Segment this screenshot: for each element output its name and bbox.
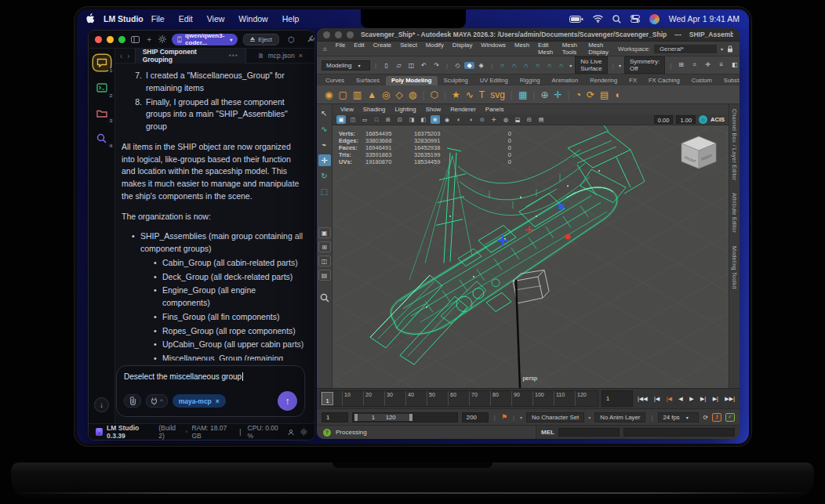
open-scene-icon[interactable]: ▱ bbox=[394, 62, 404, 69]
save-scene-icon[interactable]: ◫ bbox=[406, 62, 416, 69]
menubar-clock[interactable]: Wed Apr 1 9:41 AM bbox=[669, 14, 740, 24]
panels-icon[interactable] bbox=[131, 34, 140, 45]
wrench-icon[interactable] bbox=[305, 34, 315, 45]
lock-icon[interactable] bbox=[727, 45, 733, 53]
paint-select-tool[interactable]: ⌁ bbox=[318, 139, 331, 150]
select-object-icon[interactable]: ◆ bbox=[464, 62, 474, 69]
rail-chat-tab[interactable]: 1 bbox=[93, 55, 111, 71]
scroll-to-bottom-button[interactable]: ↓ bbox=[94, 397, 109, 412]
construction-history-icon[interactable]: ⊞ bbox=[676, 61, 686, 69]
snap-curve-icon[interactable]: ∩ bbox=[509, 62, 519, 69]
motion-blur-icon[interactable]: ✛ bbox=[489, 115, 499, 124]
shelf-tab[interactable]: Poly Modeling bbox=[386, 76, 437, 85]
isolate-select-icon[interactable]: ⊟ bbox=[525, 115, 534, 124]
poly-torus-icon[interactable]: ◎ bbox=[382, 90, 390, 100]
perspective-viewport[interactable]: ViewShadingLightingShowRendererPanels ▣◫… bbox=[333, 104, 729, 388]
chat-composer[interactable]: Deselect the miscellaneous group ^ bbox=[116, 365, 305, 417]
move-tool[interactable]: ✛ bbox=[318, 154, 331, 166]
maya-menu-item[interactable]: Edit Mesh bbox=[538, 42, 554, 56]
shelf-tab[interactable]: Substance bbox=[718, 76, 740, 85]
mcp-plug-button[interactable]: ^ bbox=[146, 394, 168, 408]
maya-menu-item[interactable]: Edit bbox=[354, 42, 364, 56]
snap-plane-icon[interactable]: ∩ bbox=[544, 62, 554, 69]
maya-menu-item[interactable]: Select bbox=[400, 42, 417, 56]
share-icon[interactable]: ⬡ bbox=[285, 34, 297, 45]
shaded-icon[interactable]: ⊕ bbox=[431, 115, 440, 124]
go-to-start-button[interactable]: |◀◀ bbox=[638, 396, 648, 402]
wireframe-icon[interactable]: ◧ bbox=[419, 115, 428, 124]
range-end-handle[interactable] bbox=[409, 414, 412, 421]
poly-plane-icon[interactable]: ◇ bbox=[396, 90, 403, 100]
panel-menu-item[interactable]: Shading bbox=[363, 106, 386, 113]
auto-key-icon[interactable]: ⚷ bbox=[712, 413, 721, 422]
poly-cylinder-icon[interactable]: ▥ bbox=[353, 90, 362, 100]
scale-tool[interactable]: ⬚ bbox=[318, 186, 331, 198]
dock-tab[interactable]: Modeling Toolkit bbox=[732, 246, 737, 289]
shelf-tab[interactable]: FX Caching bbox=[643, 76, 685, 85]
curve-warp-icon[interactable]: ∿ bbox=[466, 90, 474, 100]
ao-icon[interactable]: ⊙ bbox=[478, 115, 487, 124]
command-input[interactable] bbox=[558, 428, 620, 437]
shelf-tab[interactable]: Animation bbox=[546, 76, 583, 85]
render-settings-icon[interactable]: ≡ bbox=[716, 61, 726, 69]
symmetry-field[interactable]: Symmetry: Off bbox=[624, 56, 665, 74]
rotate-tool[interactable]: ↻ bbox=[318, 170, 331, 182]
close-window-button[interactable] bbox=[323, 31, 330, 38]
shadows-icon[interactable]: ◑ bbox=[466, 115, 475, 124]
character-set-selector[interactable]: No Character Set bbox=[526, 412, 584, 422]
step-back-frame-button[interactable]: |◀ bbox=[654, 396, 660, 402]
attach-file-button[interactable] bbox=[124, 394, 141, 408]
rail-my-models-tab[interactable]: 3 bbox=[93, 105, 111, 121]
remove-mcp-icon[interactable]: × bbox=[216, 397, 220, 405]
ipr-render-icon[interactable]: ✛ bbox=[703, 61, 713, 69]
new-chat-icon[interactable]: ＋ bbox=[145, 34, 153, 45]
step-forward-key-button[interactable]: ▶| bbox=[700, 396, 706, 402]
wifi-icon[interactable] bbox=[593, 15, 603, 23]
layout-outliner-pane[interactable]: ▤ bbox=[318, 270, 331, 281]
play-forwards-button[interactable]: ▶ bbox=[689, 396, 693, 402]
settings-gear-icon[interactable] bbox=[300, 428, 307, 436]
user-icon[interactable] bbox=[288, 429, 294, 436]
spotlight-search-icon[interactable] bbox=[612, 15, 621, 24]
bookmark-view-icon[interactable]: □ bbox=[372, 115, 381, 124]
menu-set-selector[interactable]: Modeling▾ bbox=[322, 60, 370, 71]
siri-icon[interactable] bbox=[649, 14, 660, 24]
maya-menu-item[interactable]: Mesh Tools bbox=[562, 42, 580, 56]
chevron-down-icon[interactable]: ▾ bbox=[619, 63, 621, 68]
lighting-icon[interactable]: ◐ bbox=[454, 115, 463, 124]
fps-selector[interactable]: 24 fps▾ bbox=[658, 412, 699, 422]
shelf-tab[interactable]: FX bbox=[623, 76, 642, 85]
play-backwards-button[interactable]: ◀ bbox=[678, 396, 682, 402]
render-icon[interactable]: ⌗ bbox=[689, 61, 700, 69]
image-plane-icon[interactable]: ⊞ bbox=[383, 115, 393, 124]
super-shape-icon[interactable]: ★ bbox=[452, 90, 460, 100]
shelf-tab[interactable]: Rigging bbox=[514, 76, 546, 85]
loop-mode-icon[interactable]: ⟳ bbox=[703, 414, 708, 421]
chevron-down-icon[interactable]: ▾ bbox=[520, 415, 522, 420]
poly-disc-icon[interactable]: ◍ bbox=[409, 90, 416, 100]
maya-menu-item[interactable]: Windows bbox=[481, 42, 506, 56]
menubar-menu-item[interactable]: Help bbox=[282, 14, 300, 24]
menubar-menu-item[interactable]: Edit bbox=[179, 14, 193, 24]
mirror-icon[interactable]: ⟳ bbox=[587, 90, 594, 100]
maya-menu-item[interactable]: Display bbox=[452, 42, 473, 56]
control-center-icon[interactable] bbox=[631, 15, 640, 23]
multi-cut-icon[interactable]: ▦ bbox=[518, 90, 527, 100]
panel-menu-item[interactable]: Lighting bbox=[394, 106, 416, 113]
menubar-menu-item[interactable]: Window bbox=[238, 14, 267, 24]
layout-single-pane[interactable]: ▣ bbox=[318, 227, 331, 238]
workspace-selector[interactable]: Workspace: General* ▾ bbox=[618, 45, 733, 53]
snap-grid-icon[interactable]: ∩ bbox=[497, 62, 507, 69]
shelf-divider[interactable]: | bbox=[511, 90, 513, 100]
zoom-window-button[interactable] bbox=[118, 36, 125, 43]
oversca-icon[interactable]: ◨ bbox=[407, 115, 416, 124]
tab-ship-component-grouping[interactable]: SHIP Component Grouping ••• bbox=[135, 49, 246, 63]
panel-menu-item[interactable]: View bbox=[340, 106, 354, 113]
menubar-menu-item[interactable]: View bbox=[207, 14, 225, 24]
gamma-field[interactable]: 1.00 bbox=[676, 115, 696, 124]
axis-icon[interactable]: ⊕ bbox=[540, 90, 548, 100]
poly-sphere-icon[interactable]: ◉ bbox=[325, 90, 333, 100]
zoom-window-button[interactable] bbox=[347, 31, 354, 38]
chevron-down-icon[interactable]: ▾ bbox=[588, 415, 591, 420]
poly-cube-icon[interactable]: ▢ bbox=[338, 90, 347, 100]
